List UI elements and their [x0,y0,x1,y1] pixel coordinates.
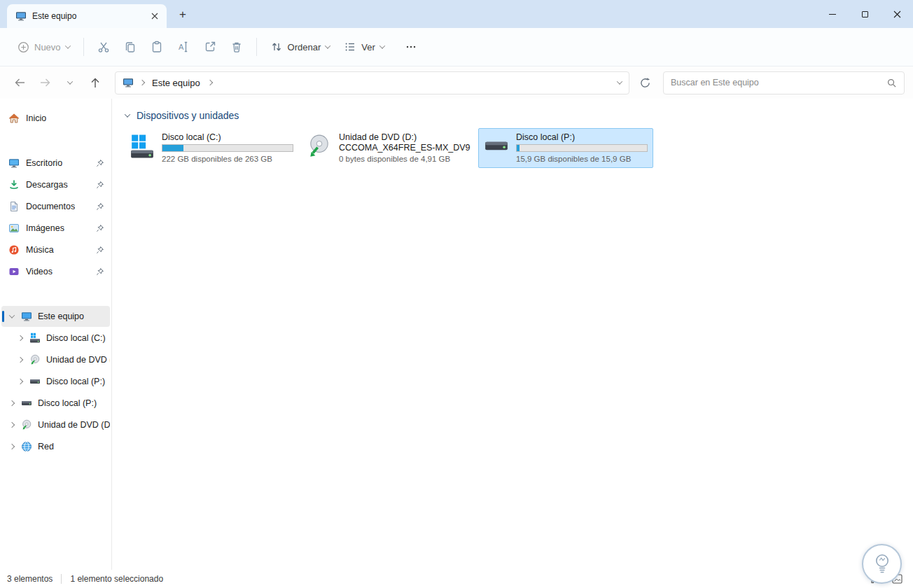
chevron-right-icon[interactable] [8,401,15,405]
drive-info: Disco local (C:) 222 GB disponibles de 2… [162,132,293,164]
chevron-right-icon[interactable] [8,423,15,427]
drive-item-dvd[interactable]: Unidad de DVD (D:) CCCOMA_X64FRE_ES-MX_D… [301,128,476,168]
rename-button[interactable]: A [171,35,196,59]
sort-button[interactable]: Ordenar [264,35,337,59]
breadcrumb-este-equipo[interactable]: Este equipo [151,76,202,90]
videos-icon [8,266,20,277]
sort-icon [270,41,283,53]
chevron-right-icon[interactable] [17,336,24,340]
address-bar[interactable]: Este equipo [115,71,629,94]
view-button-label: Ver [361,42,375,52]
close-icon [893,10,901,18]
sidebar-item-inicio[interactable]: Inicio [1,108,110,129]
tree-item-disco-local-p[interactable]: Disco local (P:) [1,371,110,392]
network-icon [21,441,32,452]
pin-icon [96,224,104,232]
items-count: 3 elementos [7,574,53,584]
chevron-down-icon[interactable] [8,314,15,318]
paste-button[interactable] [144,35,169,59]
group-collapse-icon[interactable] [125,111,130,117]
drive-detail: 15,9 GB disponibles de 15,9 GB [516,154,648,164]
up-icon [90,77,101,89]
share-button[interactable] [197,35,223,59]
sidebar-item-documentos[interactable]: Documentos [1,196,110,217]
tab-este-equipo[interactable]: Este equipo [7,4,167,28]
sidebar-item-label: Videos [26,267,53,276]
up-button[interactable] [84,71,106,94]
sidebar-item-videos[interactable]: Videos [1,261,110,282]
refresh-button[interactable] [634,71,656,94]
tree-item-red[interactable]: Red [1,436,110,457]
dvd-icon [307,134,332,159]
cut-button[interactable] [91,35,116,59]
sidebar-item-escritorio[interactable]: Escritorio [1,153,110,174]
chevron-down-icon [67,78,73,84]
tab-bar: Este equipo + [0,0,913,28]
desktop-icon [8,158,20,169]
navigation-bar: Este equipo [0,66,913,99]
tree-item-label: Unidad de DVD (D:) [46,355,110,365]
breadcrumb-chevron-icon [207,80,212,85]
tab-close-button[interactable] [147,8,162,24]
search-icon [886,78,897,88]
close-button[interactable] [881,0,913,28]
windows-drive-icon [130,134,155,159]
forward-button[interactable] [34,71,56,94]
lightbulb-logo [862,544,902,584]
breadcrumb-label: Este equipo [152,78,200,88]
drive-info: Disco local (P:) 15,9 GB disponibles de … [516,132,648,164]
search-input[interactable] [671,78,886,88]
tree-item-unidad-dvd-root[interactable]: Unidad de DVD (D:) [1,414,110,435]
chevron-right-icon[interactable] [8,444,15,449]
sidebar-item-label: Escritorio [26,158,62,168]
lightbulb-icon [870,552,894,577]
chevron-down-icon [325,43,330,48]
new-button[interactable]: Nuevo [11,36,76,59]
minimize-button[interactable] [816,0,849,28]
tree-item-disco-local-p-root[interactable]: Disco local (P:) [1,393,110,414]
drive-volume-label: CCCOMA_X64FRE_ES-MX_DV9 [339,143,471,153]
back-icon [14,77,26,88]
toolbar-divider [83,38,84,56]
tree-item-label: Este equipo [38,312,84,321]
dvd-icon [21,419,32,430]
more-icon [405,41,417,52]
drive-detail: 222 GB disponibles de 263 GB [162,154,293,164]
sidebar-item-musica[interactable]: Música [1,239,110,260]
home-icon [8,113,20,124]
drive-icon [21,398,32,409]
new-tab-button[interactable]: + [172,4,193,25]
address-dropdown-icon[interactable] [617,78,622,84]
chevron-right-icon[interactable] [17,379,24,384]
capacity-bar-fill [162,145,183,151]
copy-button[interactable] [118,35,143,59]
drive-item-p[interactable]: Disco local (P:) 15,9 GB disponibles de … [478,128,653,168]
pin-icon [96,246,104,254]
capacity-bar [162,144,293,152]
view-button[interactable]: Ver [337,35,391,59]
pin-icon [96,202,104,211]
group-header-devices: Dispositivos y unidades [125,110,906,121]
tree-item-unidad-dvd[interactable]: Unidad de DVD (D:) [1,349,110,370]
status-divider [61,574,62,584]
sidebar-item-imagenes[interactable]: Imágenes [1,218,110,239]
drive-name: Disco local (P:) [516,132,648,143]
tree-item-disco-local-c[interactable]: Disco local (C:) [1,328,110,349]
sidebar-item-descargas[interactable]: Descargas [1,174,110,195]
status-bar: 3 elementos 1 elemento seleccionado [0,570,913,588]
drive-icon [484,134,509,159]
maximize-button[interactable] [849,0,881,28]
new-button-label: Nuevo [34,42,61,52]
back-button[interactable] [8,71,31,94]
tree-item-este-equipo[interactable]: Este equipo [1,306,110,327]
delete-button[interactable] [224,35,249,59]
trash-icon [230,41,243,53]
drive-item-c[interactable]: Disco local (C:) 222 GB disponibles de 2… [124,128,299,168]
maximize-icon [862,11,868,18]
recent-locations-button[interactable] [59,71,81,94]
windows-drive-icon [29,332,41,344]
more-options-button[interactable] [399,36,423,58]
refresh-icon [639,77,651,89]
selected-count: 1 elemento seleccionado [70,574,163,584]
chevron-right-icon[interactable] [17,358,24,362]
